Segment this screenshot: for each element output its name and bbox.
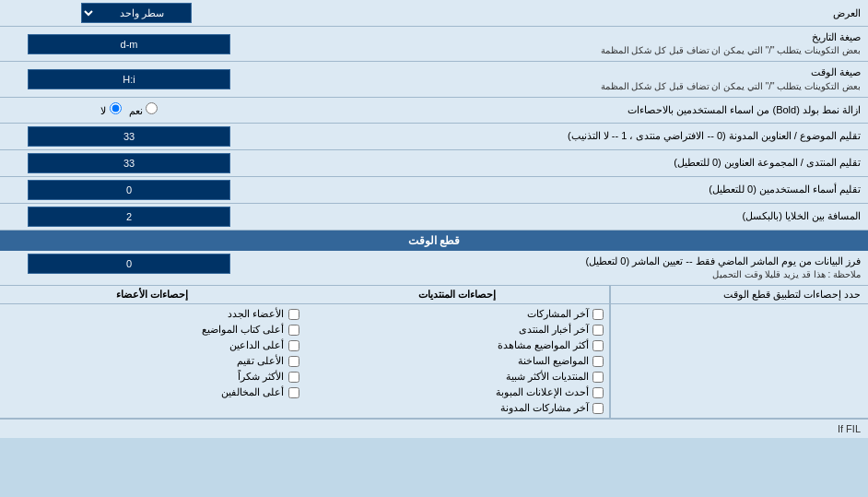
bold-no-radio[interactable] [110, 102, 122, 114]
check-label-members-3: أعلى الداعين [229, 339, 284, 351]
date-format-title: صيغة التاريخ [265, 30, 861, 44]
check-label-posts-2: آخر أخبار المنتدى [519, 324, 589, 336]
cutoff-header-text: قطع الوقت [408, 234, 460, 247]
bottom-note-text: If FIL [838, 423, 861, 434]
members-stats-header: إحصاءات الأعضاء [0, 286, 305, 303]
bold-no-label[interactable]: لا [100, 102, 121, 117]
main-container: العرض سطر واحد سطران ثلاثة أسطر صيغة الت… [0, 0, 868, 438]
bold-label: ازالة نمط بولد (Bold) من اسماء المستخدمي… [258, 100, 868, 121]
checkbox-posts-6[interactable] [592, 387, 604, 398]
checkbox-members-2[interactable] [288, 325, 299, 336]
checkbox-posts-4[interactable] [592, 356, 604, 367]
checkbox-members-3[interactable] [288, 340, 299, 351]
stats-body-label [610, 304, 868, 418]
stats-limit-label: حدد إحصاءات لتطبيق قطع الوقت [610, 286, 868, 303]
topics-titles-label: تقليم الموضوع / العناوين المدونة (0 -- ا… [258, 125, 868, 147]
topics-titles-input[interactable] [28, 126, 230, 147]
forum-titles-row: تقليم المنتدى / المجموعة العناوين (0 للت… [0, 150, 868, 177]
usernames-row: تقليم أسماء المستخدمين (0 للتعطيل) [0, 177, 868, 204]
posts-stats-col: آخر المشاركات آخر أخبار المنتدى أكثر الم… [305, 304, 611, 418]
date-format-desc: بعض التكوينات يتطلب "/" التي يمكن ان تضا… [265, 44, 861, 57]
time-format-desc: بعض التكوينات يتطلب "/" التي يمكن ان تضا… [265, 80, 861, 93]
checkbox-posts-2[interactable] [592, 325, 604, 336]
date-format-input[interactable] [28, 34, 230, 54]
stats-cols-header: إحصاءات المنتديات إحصاءات الأعضاء [0, 286, 610, 303]
cutoff-input[interactable] [28, 254, 230, 274]
check-label-members-4: الأعلى تقيم [237, 355, 284, 367]
time-format-input[interactable] [28, 69, 230, 89]
cell-distance-label: المسافة بين الخلايا (بالبكسل) [258, 206, 868, 227]
cutoff-section-header: قطع الوقت [0, 231, 868, 251]
topics-titles-row: تقليم الموضوع / العناوين المدونة (0 -- ا… [0, 124, 868, 150]
select-area: سطر واحد سطران ثلاثة أسطر [7, 3, 265, 23]
bold-radio-group: نعم لا [100, 102, 157, 117]
topics-titles-input-area [0, 124, 258, 149]
check-item-posts-3: أكثر المواضيع مشاهدة [307, 337, 608, 353]
check-item-members-4: الأعلى تقيم [2, 353, 303, 369]
check-label-members-1: الأعضاء الجدد [228, 308, 284, 320]
usernames-label: تقليم أسماء المستخدمين (0 للتعطيل) [258, 179, 868, 200]
bold-yes-label[interactable]: نعم [129, 102, 158, 117]
cutoff-input-area [0, 251, 258, 277]
bold-no-text: لا [100, 105, 106, 116]
time-format-label: صيغة الوقت بعض التكوينات يتطلب "/" التي … [258, 62, 868, 96]
check-item-members-5: الأكثر شكراً [2, 369, 303, 385]
time-format-title: صيغة الوقت [265, 65, 861, 79]
check-label-posts-6: أحدث الإعلانات المبوبة [496, 386, 589, 398]
date-format-row: صيغة التاريخ بعض التكوينات يتطلب "/" الت… [0, 27, 868, 62]
cell-distance-input-area [0, 204, 258, 230]
checkbox-posts-5[interactable] [592, 372, 604, 383]
check-item-members-6: أعلى المخالفين [2, 385, 303, 400]
forum-titles-label: تقليم المنتدى / المجموعة العناوين (0 للت… [258, 152, 868, 173]
forum-titles-input-area [0, 150, 258, 176]
check-label-members-6: أعلى المخالفين [221, 386, 284, 398]
display-select[interactable]: سطر واحد سطران ثلاثة أسطر [81, 3, 192, 23]
bold-row: ازالة نمط بولد (Bold) من اسماء المستخدمي… [0, 98, 868, 124]
check-item-posts-5: المنتديات الأكثر شبية [307, 369, 608, 385]
bold-radio-area: نعم لا [0, 100, 258, 120]
bottom-note: If FIL [0, 419, 868, 438]
check-item-posts-1: آخر المشاركات [307, 306, 608, 322]
date-format-label: صيغة التاريخ بعض التكوينات يتطلب "/" الت… [258, 27, 868, 61]
usernames-input-area [0, 177, 258, 203]
checkbox-posts-7[interactable] [592, 403, 604, 414]
check-item-posts-7: آخر مشاركات المدونة [307, 400, 608, 416]
usernames-input[interactable] [28, 180, 230, 200]
bold-yes-radio[interactable] [146, 102, 158, 114]
top-row: العرض سطر واحد سطران ثلاثة أسطر [0, 0, 868, 27]
stats-checkboxes: آخر المشاركات آخر أخبار المنتدى أكثر الم… [0, 304, 610, 418]
cell-distance-row: المسافة بين الخلايا (بالبكسل) [0, 204, 868, 231]
members-stats-col: الأعضاء الجدد أعلى كتاب المواضيع أعلى ال… [0, 304, 305, 418]
cell-distance-input[interactable] [28, 207, 230, 227]
stats-body: آخر المشاركات آخر أخبار المنتدى أكثر الم… [0, 304, 868, 418]
check-label-posts-5: المنتديات الأكثر شبية [506, 371, 589, 383]
check-label-members-2: أعلى كتاب المواضيع [202, 324, 284, 336]
forum-titles-input[interactable] [28, 153, 230, 173]
time-format-input-area [0, 66, 258, 92]
check-label-posts-4: المواضيع الساخنة [518, 355, 589, 367]
cutoff-label: فرز البيانات من يوم الماشر الماضي فقط --… [258, 251, 868, 285]
checkbox-members-4[interactable] [288, 356, 299, 367]
date-format-input-area [0, 31, 258, 57]
checkbox-members-6[interactable] [288, 387, 299, 398]
check-item-posts-6: أحدث الإعلانات المبوبة [307, 385, 608, 400]
checkbox-members-5[interactable] [288, 372, 299, 383]
bold-yes-text: نعم [129, 105, 143, 116]
checkbox-posts-3[interactable] [592, 340, 604, 351]
cutoff-note-text: ملاحظة : هذا قد يزيد قليلا وقت التحميل [265, 268, 861, 281]
check-item-posts-2: آخر أخبار المنتدى [307, 322, 608, 337]
posts-stats-header: إحصاءات المنتديات [305, 286, 611, 303]
check-label-members-5: الأكثر شكراً [238, 371, 284, 383]
time-format-row: صيغة الوقت بعض التكوينات يتطلب "/" التي … [0, 62, 868, 97]
check-item-members-3: أعلى الداعين [2, 337, 303, 353]
checkbox-members-1[interactable] [288, 309, 299, 320]
stats-headers-row: حدد إحصاءات لتطبيق قطع الوقت إحصاءات الم… [0, 286, 868, 304]
cutoff-row: فرز البيانات من يوم الماشر الماضي فقط --… [0, 251, 868, 286]
check-label-posts-1: آخر المشاركات [527, 308, 589, 320]
check-label-posts-7: آخر مشاركات المدونة [500, 402, 589, 414]
check-label-posts-3: أكثر المواضيع مشاهدة [498, 339, 589, 351]
check-item-members-2: أعلى كتاب المواضيع [2, 322, 303, 337]
cutoff-main-text: فرز البيانات من يوم الماشر الماضي فقط --… [265, 254, 861, 268]
check-item-members-1: الأعضاء الجدد [2, 306, 303, 322]
checkbox-posts-1[interactable] [592, 309, 604, 320]
